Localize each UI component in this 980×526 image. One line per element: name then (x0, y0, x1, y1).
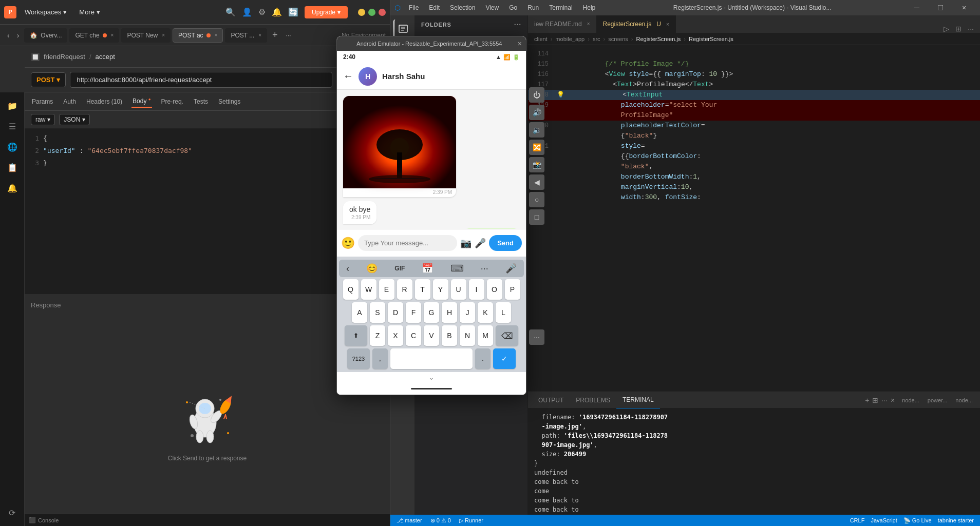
mic-keyboard-button[interactable]: 🎤 (502, 262, 520, 275)
bc-mobile-app[interactable]: mobile_app (555, 36, 585, 42)
terminal-content[interactable]: filename: '1693472961184-118278907 -imag… (528, 408, 980, 515)
workspace-button[interactable]: Workspaces ▾ (21, 6, 71, 18)
runner-item[interactable]: ▷ Runner (457, 517, 485, 524)
key-d[interactable]: D (388, 302, 403, 323)
key-f[interactable]: F (406, 302, 421, 323)
volume-down-icon[interactable]: 🔉 (529, 122, 544, 138)
emoji-button[interactable]: 🙂 (341, 237, 355, 250)
tab-more-button[interactable]: ··· (283, 30, 294, 41)
bc-src[interactable]: src (593, 36, 600, 42)
space-key[interactable] (390, 348, 473, 369)
settings-icon[interactable]: ⚙ (258, 7, 266, 17)
method-select[interactable]: POST ▾ (31, 72, 66, 87)
encoding-item[interactable]: CRLF (848, 517, 867, 524)
key-i[interactable]: I (469, 279, 484, 300)
keyboard-back-button[interactable]: ‹ (343, 262, 352, 275)
node-instance-2[interactable]: power... (925, 397, 951, 403)
maximize-button[interactable]: □ (368, 9, 375, 16)
chat-messages[interactable]: 2:39 PM ok bye 2:39 PM hello brother . 2… (337, 90, 526, 229)
key-c[interactable]: C (406, 325, 421, 346)
terminal-menu[interactable]: Terminal (545, 3, 576, 13)
rotate-icon[interactable]: 🔀 (529, 140, 544, 155)
vscode-close[interactable]: × (952, 0, 976, 15)
key-s[interactable]: S (370, 302, 385, 323)
overview-nav-icon[interactable]: □ (529, 209, 544, 225)
code-editor[interactable]: 114 115 {/* Profile Image */} 116 <View … (528, 45, 980, 392)
terminal-tab[interactable]: TERMINAL (616, 392, 660, 408)
keyboard-extra-button[interactable]: ⌨ (447, 262, 467, 275)
help-menu[interactable]: Help (579, 3, 600, 13)
tab-post-accept[interactable]: POST ac × (173, 28, 223, 43)
key-u[interactable]: U (451, 279, 466, 300)
edit-menu[interactable]: Edit (425, 3, 444, 13)
key-l[interactable]: L (496, 302, 511, 323)
user-icon[interactable]: 👤 (242, 7, 252, 17)
tab-readme[interactable]: iew README.md × (528, 15, 597, 33)
key-x[interactable]: X (388, 325, 403, 346)
go-menu[interactable]: Go (505, 3, 521, 13)
screenshot-icon[interactable]: 📸 (529, 157, 544, 172)
close-panel-icon[interactable]: × (891, 396, 895, 404)
headers-tab[interactable]: Headers (10) (85, 96, 123, 107)
settings-tab[interactable]: Settings (217, 96, 241, 107)
output-tab[interactable]: OUTPUT (532, 392, 570, 408)
more-actions-icon[interactable]: ··· (966, 25, 976, 33)
monitors-icon[interactable]: 🔔 (3, 179, 22, 197)
new-request-icon[interactable]: 📁 (3, 96, 22, 115)
body-tab[interactable]: Body ● (131, 95, 152, 108)
gif-button[interactable]: GIF (391, 264, 408, 273)
close-button[interactable]: × (379, 9, 386, 16)
key-b[interactable]: B (442, 325, 457, 346)
split-editor-icon[interactable]: ⊞ (953, 25, 964, 33)
shift-button[interactable]: ⬆ (345, 325, 367, 346)
key-g[interactable]: G (424, 302, 439, 323)
key-k[interactable]: K (478, 302, 493, 323)
tabnine-item[interactable]: tabnine starter (936, 517, 976, 524)
minimize-button[interactable]: − (358, 9, 365, 16)
home-nav-icon[interactable]: ○ (529, 192, 544, 207)
tab-overview[interactable]: 🏠 Overv... (24, 28, 67, 43)
tab-close-icon[interactable]: × (258, 32, 261, 38)
more-button[interactable]: More ▾ (75, 6, 104, 18)
message-input[interactable] (358, 235, 457, 251)
back-nav-icon[interactable]: ◀ (529, 174, 544, 190)
camera-button[interactable]: 📷 (460, 238, 472, 249)
url-input[interactable] (70, 72, 332, 88)
calendar-button[interactable]: 📅 (419, 262, 436, 275)
numeric-key[interactable]: ?123 (347, 348, 370, 369)
tab-close-icon[interactable]: × (215, 32, 218, 38)
tab-readme-close[interactable]: × (587, 21, 590, 27)
bc-screens[interactable]: screens (608, 36, 628, 42)
tab-post-new[interactable]: POST New × (121, 28, 171, 43)
upgrade-button[interactable]: Upgrade ▾ (305, 6, 348, 18)
run-icon[interactable]: ▷ (941, 25, 951, 33)
tab-close-icon[interactable]: × (111, 32, 114, 38)
tab-forward-button[interactable]: › (14, 29, 23, 42)
raw-select[interactable]: raw ▾ (31, 114, 55, 125)
tab-registerscreen-close[interactable]: × (666, 22, 669, 27)
key-h[interactable]: H (442, 302, 457, 323)
key-n[interactable]: N (460, 325, 475, 346)
power-icon[interactable]: ⏻ (529, 87, 544, 103)
tests-tab[interactable]: Tests (193, 96, 209, 107)
new-file-icon[interactable]: ··· (514, 21, 521, 29)
add-terminal-icon[interactable]: + (865, 396, 869, 404)
mic-button[interactable]: 🎤 (475, 238, 486, 249)
history-icon[interactable]: ⟳ (3, 503, 22, 522)
view-menu[interactable]: View (481, 3, 503, 13)
key-j[interactable]: J (460, 302, 475, 323)
mock-servers-icon[interactable]: 📋 (3, 158, 22, 177)
language-item[interactable]: JavaScript (869, 517, 899, 524)
new-tab-button[interactable]: + (269, 30, 281, 41)
sync-icon[interactable]: 🔄 (288, 7, 298, 17)
key-t[interactable]: T (415, 279, 430, 300)
environments-icon[interactable]: 🌐 (3, 138, 22, 156)
key-v[interactable]: V (424, 325, 439, 346)
git-branch-item[interactable]: ⎇ master (394, 517, 424, 524)
console-item[interactable]: ⬛ Console (29, 517, 59, 523)
tab-close-icon[interactable]: × (162, 32, 165, 38)
tab-back-button[interactable]: ‹ (4, 29, 13, 42)
delete-key[interactable]: ⌫ (496, 325, 518, 346)
enter-key[interactable]: ✓ (493, 348, 516, 369)
vscode-minimize[interactable] (905, 0, 929, 15)
